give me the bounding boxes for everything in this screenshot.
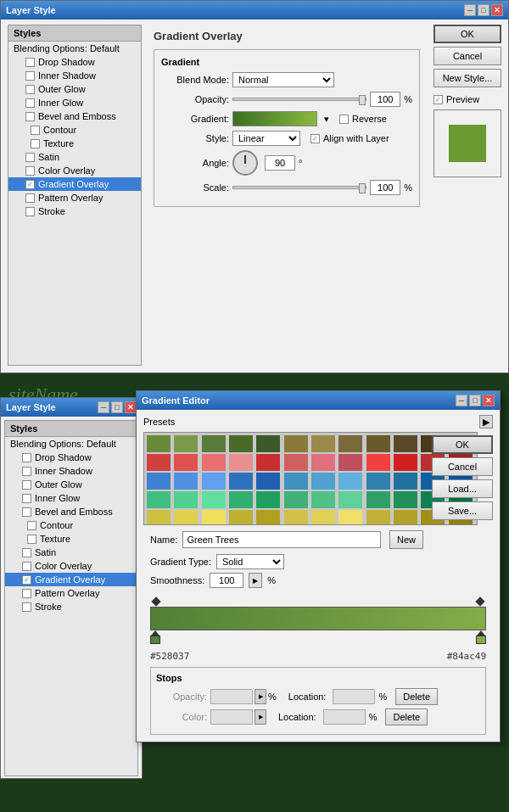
preset-color-item[interactable] (174, 491, 198, 508)
sidebar-item-inner-glow[interactable]: Inner Glow (8, 96, 141, 109)
bottom-close-button[interactable]: ✕ (125, 401, 137, 413)
bottom-minimize-button[interactable]: ─ (98, 401, 109, 413)
preview-checkbox[interactable] (433, 95, 443, 104)
maximize-button[interactable]: □ (478, 4, 489, 16)
preset-color-item[interactable] (311, 491, 335, 508)
angle-dial[interactable] (232, 150, 258, 176)
b-gradient-overlay-checkbox[interactable] (22, 575, 31, 585)
preset-color-item[interactable] (256, 454, 280, 471)
preset-color-item[interactable] (366, 510, 390, 525)
bevel-checkbox[interactable] (25, 112, 35, 121)
b-inner-shadow-checkbox[interactable] (22, 467, 31, 476)
b-sidebar-item-satin[interactable]: Satin (5, 546, 137, 559)
contour-checkbox[interactable] (31, 126, 40, 135)
ge-maximize-button[interactable]: □ (469, 395, 481, 406)
sidebar-item-stroke[interactable]: Stroke (8, 204, 141, 218)
sidebar-item-gradient-overlay[interactable]: Gradient Overlay (8, 177, 141, 191)
b-drop-shadow-checkbox[interactable] (22, 453, 31, 462)
preset-color-item[interactable] (147, 491, 171, 508)
preset-color-item[interactable] (284, 491, 308, 508)
delete-btn-2[interactable]: Delete (385, 708, 428, 725)
preset-color-item[interactable] (338, 510, 362, 525)
b-sidebar-item-drop-shadow[interactable]: Drop Shadow (5, 451, 137, 464)
inner-glow-checkbox[interactable] (25, 98, 35, 108)
b-sidebar-item-gradient-overlay[interactable]: Gradient Overlay (5, 573, 137, 586)
blend-mode-select[interactable]: Normal (232, 72, 334, 87)
preset-color-item[interactable] (147, 435, 171, 452)
preset-color-item[interactable] (174, 435, 198, 452)
angle-input[interactable] (265, 155, 295, 171)
sidebar-item-satin[interactable]: Satin (8, 150, 141, 164)
preset-color-item[interactable] (394, 435, 417, 452)
presets-arrow-button[interactable]: ▶ (479, 415, 493, 428)
preset-color-item[interactable] (229, 491, 253, 508)
preset-color-item[interactable] (394, 510, 417, 525)
preset-color-item[interactable] (284, 473, 308, 490)
opacity-stop-left[interactable] (152, 596, 160, 607)
color-stops-input[interactable] (210, 709, 253, 725)
preset-color-item[interactable] (311, 510, 335, 525)
ge-minimize-button[interactable]: ─ (456, 395, 467, 406)
preset-color-item[interactable] (311, 473, 335, 490)
ge-save-button[interactable]: Save... (432, 501, 493, 520)
bottom-maximize-button[interactable]: □ (111, 401, 123, 413)
opacity-slider[interactable] (232, 98, 366, 101)
b-sidebar-item-outer-glow[interactable]: Outer Glow (5, 478, 137, 491)
gradient-dropdown-arrow[interactable]: ▾ (324, 114, 329, 125)
preset-color-item[interactable] (394, 473, 417, 490)
stroke-checkbox[interactable] (25, 207, 35, 216)
scale-input[interactable] (370, 180, 400, 195)
scale-slider-thumb[interactable] (359, 183, 366, 193)
preset-color-item[interactable] (338, 435, 362, 452)
sidebar-item-color-overlay[interactable]: Color Overlay (8, 164, 141, 177)
preset-color-item[interactable] (338, 491, 362, 508)
preset-color-item[interactable] (229, 435, 253, 452)
preset-color-item[interactable] (174, 510, 198, 525)
b-contour-checkbox[interactable] (27, 521, 36, 530)
preset-color-item[interactable] (229, 510, 253, 525)
location-input-2[interactable] (323, 709, 366, 725)
preset-color-item[interactable] (147, 510, 171, 525)
ok-button[interactable]: OK (433, 25, 501, 43)
new-style-button[interactable]: New Style... (433, 69, 501, 87)
preset-color-item[interactable] (202, 454, 226, 471)
sidebar-item-bevel[interactable]: Bevel and Emboss (8, 109, 141, 123)
outer-glow-checkbox[interactable] (25, 85, 35, 94)
b-inner-glow-checkbox[interactable] (22, 494, 31, 503)
minimize-button[interactable]: ─ (464, 4, 476, 16)
preset-color-item[interactable] (338, 454, 362, 471)
preset-color-item[interactable] (256, 491, 280, 508)
ge-ok-button[interactable]: OK (432, 435, 493, 454)
preset-color-item[interactable] (202, 435, 226, 452)
b-sidebar-item-bevel[interactable]: Bevel and Emboss (5, 505, 137, 518)
opacity-stops-input[interactable] (210, 689, 253, 704)
b-sidebar-item-inner-shadow[interactable]: Inner Shadow (5, 464, 137, 478)
preset-color-item[interactable] (284, 454, 308, 471)
b-sidebar-item-inner-glow[interactable]: Inner Glow (5, 491, 137, 505)
b-sidebar-item-contour[interactable]: Contour (5, 518, 137, 532)
color-stop-right[interactable] (476, 630, 486, 644)
b-sidebar-item-texture[interactable]: Texture (5, 532, 137, 546)
smoothness-input[interactable] (210, 573, 243, 588)
gradient-preview-bar[interactable] (232, 111, 317, 126)
preset-color-item[interactable] (256, 435, 280, 452)
sidebar-item-drop-shadow[interactable]: Drop Shadow (8, 55, 141, 69)
color-stepper[interactable]: ▶ (255, 709, 266, 725)
preset-color-item[interactable] (284, 510, 308, 525)
style-select[interactable]: Linear (232, 131, 300, 146)
sidebar-item-inner-shadow[interactable]: Inner Shadow (8, 69, 141, 82)
ge-close-button[interactable]: ✕ (483, 395, 495, 406)
preset-color-item[interactable] (147, 454, 171, 471)
preset-color-item[interactable] (256, 473, 280, 490)
preset-color-item[interactable] (174, 473, 198, 490)
preset-color-item[interactable] (202, 510, 226, 525)
gradient-bar-main[interactable] (150, 607, 486, 630)
delete-btn-1[interactable]: Delete (395, 688, 438, 705)
satin-checkbox[interactable] (25, 153, 35, 162)
ge-cancel-button[interactable]: Cancel (432, 457, 493, 476)
preset-color-item[interactable] (338, 473, 362, 490)
preset-color-item[interactable] (311, 435, 335, 452)
preset-color-item[interactable] (394, 454, 417, 471)
preset-color-item[interactable] (366, 491, 390, 508)
location-input-1[interactable] (333, 689, 375, 704)
